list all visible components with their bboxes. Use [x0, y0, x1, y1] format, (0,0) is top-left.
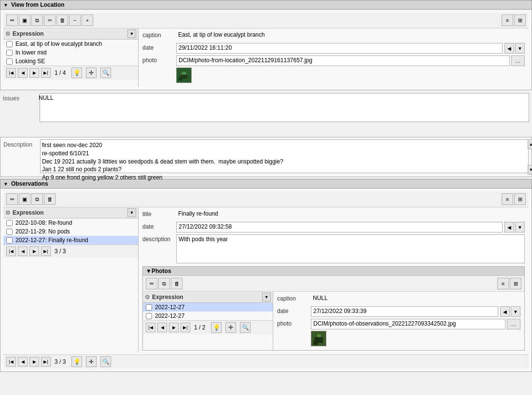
- observations-header[interactable]: ▼ Observations: [0, 179, 532, 189]
- vfl-nav-prev[interactable]: ◀: [18, 68, 28, 78]
- obs-item3-label: 2022-12-27: Finally re-found: [15, 237, 88, 244]
- obs-nav-next[interactable]: ▶: [29, 246, 39, 256]
- vfl-nav-first[interactable]: |◀: [6, 68, 16, 78]
- photos-grid-view-btn[interactable]: ⊞: [510, 278, 521, 289]
- obs-nav-first[interactable]: |◀: [6, 246, 16, 256]
- photo-item1-check[interactable]: [146, 304, 152, 311]
- vfl-edit-btn[interactable]: ✏: [6, 14, 18, 26]
- obs-title-value[interactable]: Finally re-found: [176, 209, 525, 220]
- photos-nav-current: 1: [194, 324, 197, 331]
- obs-date-next[interactable]: ▼: [515, 222, 525, 232]
- vfl-item1-check[interactable]: [6, 41, 13, 47]
- vfl-date-value[interactable]: 29/11/2022 16:11:20: [176, 43, 503, 54]
- vfl-photo-path[interactable]: DCIM/photo-from-location_202211291611376…: [176, 55, 510, 66]
- obs-copy-btn[interactable]: ⧉: [31, 193, 43, 205]
- vfl-nav-total: 4: [63, 69, 66, 76]
- photos-search-btn[interactable]: 🔍: [240, 322, 251, 333]
- photo-date-value[interactable]: 27/12/2022 09:33:39: [311, 306, 498, 317]
- vfl-date-prev[interactable]: ◀: [504, 43, 514, 54]
- vfl-item3-check[interactable]: [6, 58, 13, 65]
- photo-caption-value[interactable]: NULL: [311, 294, 520, 304]
- vfl-nav-next[interactable]: ▶: [29, 68, 39, 78]
- vfl-copy-btn[interactable]: ⧉: [31, 14, 43, 26]
- obs-nav-prev[interactable]: ◀: [18, 246, 28, 256]
- vfl-cut-btn[interactable]: ✂: [44, 14, 56, 26]
- obs-item3-check[interactable]: [6, 237, 13, 244]
- bottom-search-btn[interactable]: 🔍: [100, 356, 111, 367]
- vfl-search-btn[interactable]: 🔍: [100, 68, 111, 78]
- photos-nav-first[interactable]: |◀: [146, 323, 155, 332]
- obs-left-panel: ⚙ Expression ▼ 2022-10-08: Re-found 2022…: [3, 207, 139, 353]
- vfl-item2-label: In lower mid: [15, 49, 47, 56]
- photos-move-btn[interactable]: ✛: [225, 322, 236, 333]
- list-item[interactable]: 2022-12-27: [143, 303, 273, 312]
- vfl-expr-dropdown[interactable]: ▼: [127, 29, 136, 38]
- list-item[interactable]: 2022-10-08: Re-found: [3, 218, 138, 227]
- vfl-delete-btn[interactable]: 🗑: [56, 14, 68, 26]
- vfl-nav-last[interactable]: ▶|: [41, 68, 51, 78]
- obs-item1-label: 2022-10-08: Re-found: [15, 219, 72, 226]
- obs-grid-view-btn[interactable]: ⊞: [514, 193, 526, 205]
- photos-title: Photos: [152, 268, 171, 274]
- description-scroll-up[interactable]: ▲: [528, 139, 532, 149]
- vfl-date-next[interactable]: ▼: [515, 43, 525, 54]
- obs-date-value[interactable]: 27/12/2022 09:32:58: [176, 222, 503, 232]
- photos-header[interactable]: ▼ Photos: [143, 267, 524, 276]
- vfl-item2-check[interactable]: [6, 50, 13, 56]
- obs-date-prev[interactable]: ◀: [504, 222, 514, 232]
- photos-copy-btn[interactable]: ⧉: [158, 278, 170, 289]
- vfl-save-btn[interactable]: ▣: [19, 14, 30, 26]
- vfl-highlight-btn[interactable]: 💡: [71, 68, 82, 78]
- bottom-nav-next[interactable]: ▶: [29, 357, 39, 367]
- photo-browse-btn[interactable]: …: [507, 319, 520, 329]
- vfl-grid-view-btn[interactable]: ⊞: [514, 14, 526, 26]
- bottom-nav-last[interactable]: ▶|: [41, 357, 51, 367]
- list-item[interactable]: 2022-11-29: No pods: [3, 227, 138, 236]
- photos-highlight-btn[interactable]: 💡: [211, 322, 222, 333]
- obs-nav-last[interactable]: ▶|: [41, 246, 51, 256]
- list-item[interactable]: 2022-12-27: Finally re-found: [3, 236, 138, 245]
- obs-item2-check[interactable]: [6, 229, 13, 235]
- description-scroll-down[interactable]: ▼: [528, 165, 532, 175]
- bottom-nav-prev[interactable]: ◀: [18, 357, 28, 367]
- list-item[interactable]: 2022-12-27: [143, 312, 273, 320]
- photos-table-view-btn[interactable]: ≡: [497, 278, 509, 289]
- obs-edit-btn[interactable]: ✏: [6, 193, 18, 205]
- list-item[interactable]: Looking SE: [3, 57, 138, 66]
- vfl-caption-value[interactable]: East, at tip of low eucalypt branch: [176, 30, 525, 41]
- bottom-move-btn[interactable]: ✛: [86, 356, 97, 367]
- bottom-nav-first[interactable]: |◀: [6, 357, 16, 367]
- photo-photo-content: DCIM/photos-of-observations_202212270933…: [311, 319, 520, 346]
- vfl-move-btn[interactable]: ✛: [86, 68, 97, 78]
- obs-save-btn[interactable]: ▣: [19, 193, 30, 205]
- view-from-location-header[interactable]: ▼ View from Location: [0, 0, 532, 10]
- photo-date-next[interactable]: ▼: [511, 306, 520, 317]
- description-textarea[interactable]: [40, 139, 529, 173]
- vfl-table-view-btn[interactable]: ≡: [502, 14, 513, 26]
- photo-path-value[interactable]: DCIM/photos-of-observations_202212270933…: [311, 319, 505, 329]
- issues-spacer: [0, 103, 532, 136]
- obs-table-view-btn[interactable]: ≡: [502, 193, 513, 205]
- photos-edit-btn[interactable]: ✏: [146, 278, 157, 289]
- vfl-photo-row: photo DCIM/photo-from-location_202211291…: [142, 55, 525, 83]
- obs-expr-dropdown[interactable]: ▼: [127, 208, 136, 217]
- photos-expr-dropdown[interactable]: ▼: [262, 293, 271, 301]
- photo-item2-check[interactable]: [146, 313, 152, 319]
- observations-title: Observations: [11, 180, 48, 187]
- vfl-plus-btn[interactable]: +: [82, 14, 93, 26]
- photos-nav-prev[interactable]: ◀: [157, 323, 167, 332]
- obs-delete-btn[interactable]: 🗑: [44, 193, 56, 205]
- vfl-browse-btn[interactable]: …: [511, 55, 525, 66]
- list-item[interactable]: East, at tip of low eucalypt branch: [3, 40, 138, 48]
- photo-date-prev[interactable]: ◀: [500, 306, 510, 317]
- obs-item1-check[interactable]: [6, 220, 13, 226]
- photos-nav-sep: /: [199, 324, 202, 331]
- vfl-minus-btn[interactable]: −: [69, 14, 81, 26]
- obs-desc-value[interactable]: With pods this year: [176, 234, 525, 263]
- obs-right-panel: title Finally re-found date 27/12/2022 0…: [139, 207, 529, 353]
- photos-nav-next[interactable]: ▶: [169, 323, 179, 332]
- photos-delete-btn[interactable]: 🗑: [171, 278, 182, 289]
- list-item[interactable]: In lower mid: [3, 48, 138, 57]
- bottom-highlight-btn[interactable]: 💡: [71, 356, 82, 367]
- photos-nav-last[interactable]: ▶|: [181, 323, 190, 332]
